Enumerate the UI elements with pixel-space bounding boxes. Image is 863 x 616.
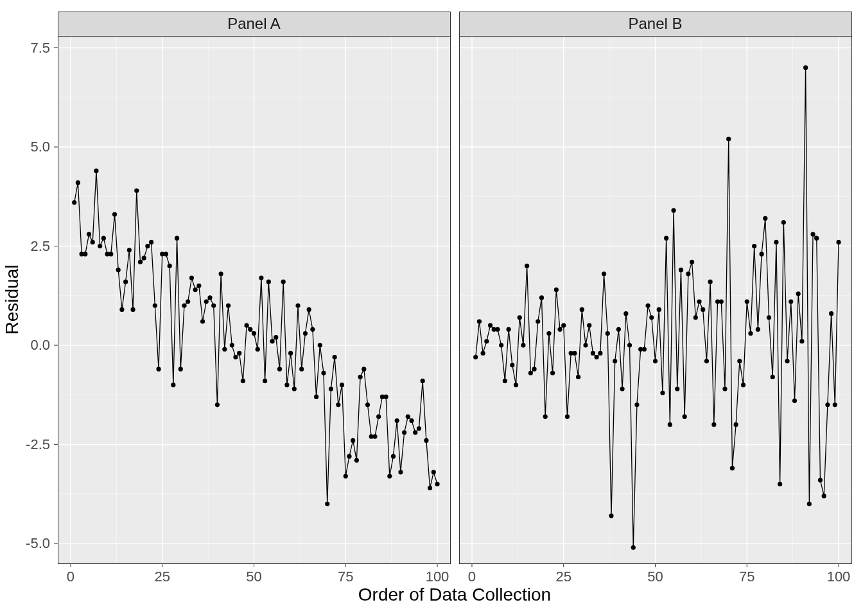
data-point — [642, 347, 647, 352]
data-point — [763, 216, 767, 221]
data-point — [358, 375, 362, 379]
data-point — [748, 331, 753, 336]
data-point — [576, 375, 580, 379]
data-point — [179, 367, 183, 372]
data-point — [387, 474, 392, 478]
data-point — [215, 402, 220, 407]
data-point — [737, 359, 742, 363]
data-point — [583, 343, 588, 347]
data-point — [200, 319, 205, 323]
data-point — [281, 280, 286, 284]
data-point — [325, 502, 329, 506]
data-point — [818, 478, 823, 483]
data-point — [130, 307, 135, 312]
data-point — [653, 359, 658, 363]
data-point — [803, 65, 808, 70]
data-point — [354, 458, 359, 463]
y-tick-label: -5.0 — [26, 535, 50, 551]
data-point — [171, 382, 175, 387]
data-point — [219, 271, 223, 276]
data-point — [528, 371, 533, 375]
data-point — [344, 474, 348, 478]
data-point — [781, 220, 786, 225]
data-point — [595, 355, 599, 359]
facet-strip-label: Panel A — [227, 15, 281, 32]
data-point — [514, 382, 518, 387]
data-point — [168, 264, 172, 268]
data-point — [87, 232, 91, 236]
data-point — [362, 367, 366, 372]
y-tick-label: 0.0 — [30, 337, 50, 353]
data-point — [134, 188, 139, 193]
data-point — [226, 304, 231, 308]
data-point — [759, 252, 763, 256]
data-point — [98, 244, 102, 248]
y-tick-label: 2.5 — [30, 238, 50, 254]
data-point — [263, 379, 267, 383]
data-point — [745, 299, 749, 304]
data-point — [347, 454, 351, 459]
data-point — [686, 271, 690, 276]
data-point — [91, 240, 95, 244]
data-point — [123, 280, 128, 284]
x-tick-label: 100 — [426, 569, 449, 585]
data-point — [675, 386, 679, 391]
data-point — [649, 315, 654, 320]
data-point — [510, 363, 514, 367]
data-point — [409, 418, 414, 423]
data-point — [428, 486, 432, 490]
chart-svg: Panel A0255075100Panel B0255075100-5.0-2… — [0, 0, 863, 616]
data-point — [413, 430, 417, 434]
data-point — [259, 275, 263, 280]
data-point — [499, 343, 503, 347]
data-point — [241, 379, 245, 383]
data-point — [810, 232, 815, 236]
data-point — [189, 275, 194, 280]
data-point — [836, 240, 841, 244]
data-point — [664, 236, 668, 241]
data-point — [391, 454, 396, 459]
data-point — [536, 319, 540, 323]
data-point — [365, 402, 370, 407]
data-point — [310, 327, 315, 332]
x-axis-title: Order of Data Collection — [358, 585, 551, 604]
data-point — [211, 304, 216, 308]
data-point — [186, 299, 190, 304]
x-tick-label: 75 — [739, 569, 754, 585]
data-point — [587, 323, 591, 328]
data-point — [402, 430, 406, 434]
faceted-residual-plot: Panel A0255075100Panel B0255075100-5.0-2… — [0, 0, 863, 616]
data-point — [814, 236, 819, 241]
data-point — [244, 323, 248, 328]
data-point — [329, 386, 333, 391]
data-point — [193, 287, 198, 292]
data-point — [631, 545, 636, 550]
data-point — [336, 402, 340, 407]
data-point — [351, 438, 355, 443]
x-tick-label: 75 — [338, 569, 353, 585]
data-point — [156, 367, 161, 372]
data-point — [292, 386, 297, 391]
data-point — [539, 295, 544, 300]
data-point — [697, 299, 701, 304]
x-tick-label: 0 — [67, 569, 74, 585]
data-point — [693, 315, 698, 320]
data-point — [525, 264, 529, 268]
data-point — [554, 287, 559, 292]
data-point — [248, 327, 252, 332]
data-point — [473, 355, 478, 359]
data-point — [829, 311, 833, 316]
data-point — [406, 415, 410, 419]
data-point — [565, 415, 570, 419]
data-point — [164, 252, 168, 256]
data-point — [435, 482, 439, 486]
data-point — [668, 422, 672, 427]
data-point — [550, 371, 555, 375]
data-point — [726, 137, 731, 141]
data-point — [708, 280, 713, 284]
data-point — [620, 386, 625, 391]
data-point — [613, 359, 617, 363]
data-point — [521, 343, 525, 347]
data-point — [233, 355, 238, 359]
data-point — [488, 323, 493, 328]
